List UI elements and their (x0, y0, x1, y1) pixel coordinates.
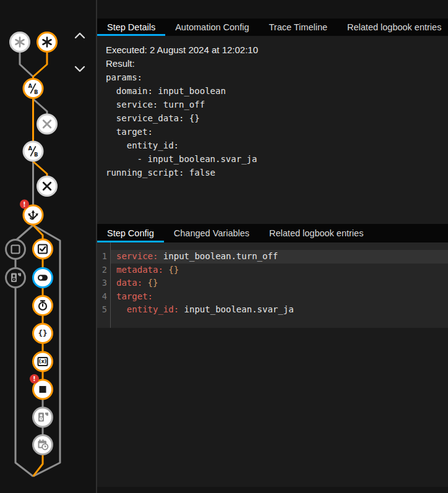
node-calendar-clock[interactable] (33, 435, 53, 455)
tab-trace-timeline[interactable]: Trace Timeline (259, 19, 337, 36)
svg-text:(x): (x) (39, 359, 46, 364)
line-number: 2 (97, 264, 110, 277)
node-option-square[interactable] (6, 240, 25, 259)
next-node-button[interactable] (72, 61, 87, 76)
code-token: target: (116, 291, 153, 301)
code-token (116, 304, 127, 314)
code-braces-icon: {} (38, 328, 47, 338)
code-token: {} (148, 278, 158, 288)
code-line[interactable]: metadata: {} (111, 264, 448, 277)
toggle-switch-icon (38, 275, 48, 281)
svg-text:A: A (28, 145, 32, 152)
detail-tabs: Step DetailsAutomation ConfigTrace Timel… (97, 19, 448, 36)
node-trigger-inactive[interactable] (11, 33, 30, 52)
code-token: data: (116, 278, 142, 288)
footer-strip (97, 487, 448, 493)
header-strip (97, 0, 448, 19)
empty-area (97, 328, 448, 487)
variable-box-icon: (x) (38, 358, 48, 366)
line-number: 5 (97, 303, 110, 317)
tab-step-details[interactable]: Step Details (97, 19, 165, 36)
code-token: entity_id: (127, 304, 179, 314)
line-number: 4 (97, 290, 110, 304)
code-line[interactable]: data: {} (111, 277, 448, 290)
node-stop-x-2[interactable] (38, 177, 57, 196)
code-token: service: (116, 251, 158, 261)
code-line[interactable]: service: input_boolean.turn_off (111, 250, 448, 264)
trace-detail-panel: Step DetailsAutomation ConfigTrace Timel… (97, 0, 448, 493)
result-label: Result: (106, 57, 448, 71)
svg-text:B: B (34, 152, 38, 158)
error-badge: ! (30, 374, 39, 384)
node-condition-1[interactable]: AB (24, 79, 43, 98)
tab-related-logbook-entries[interactable]: Related logbook entries (337, 19, 448, 36)
trace-view: AB AB (0, 0, 448, 493)
chevron-down-icon (72, 61, 87, 76)
config-tabs: Step ConfigChanged VariablesRelated logb… (97, 224, 448, 242)
yaml-code-editor[interactable]: 12345 service: input_boolean.turn_offmet… (97, 242, 448, 328)
node-device-1[interactable] (6, 268, 25, 288)
tab-related-logbook-entries[interactable]: Related logbook entries (259, 224, 373, 242)
step-details-pane: Executed: 2 August 2024 at 12:02:10 Resu… (97, 36, 448, 224)
node-stop-x-1[interactable] (38, 114, 57, 134)
code-token: input_boolean.turn_off (158, 251, 278, 261)
node-condition-2[interactable]: AB (24, 142, 43, 161)
svg-text:!: ! (23, 200, 26, 208)
result-yaml: params: domain: input_boolean service: t… (106, 71, 448, 179)
chevron-up-icon (72, 28, 87, 43)
svg-text:B: B (34, 89, 38, 95)
tab-step-config[interactable]: Step Config (97, 224, 164, 242)
code-token (142, 278, 147, 288)
node-variable-box[interactable]: (x) (33, 352, 53, 371)
code-token: metadata: (116, 265, 163, 275)
tab-changed-variables[interactable]: Changed Variables (164, 224, 259, 242)
code-token: input_boolean.svar_ja (179, 304, 293, 314)
code-line[interactable]: target: (111, 290, 448, 304)
code-token: {} (168, 265, 179, 275)
line-number: 1 (97, 250, 110, 264)
tab-automation-config[interactable]: Automation Config (165, 19, 259, 36)
svg-text:!: ! (33, 375, 36, 382)
node-trigger-executed[interactable] (38, 33, 57, 52)
node-service-toggle-selected[interactable] (33, 268, 53, 288)
code-line[interactable]: entity_id: input_boolean.svar_ja (111, 303, 448, 317)
node-delay-timer[interactable] (33, 296, 53, 315)
editor-gutter: 12345 (97, 242, 111, 328)
node-device-2[interactable] (33, 408, 53, 427)
stop-square-icon (40, 386, 46, 393)
svg-text:A: A (28, 83, 32, 89)
node-condition-check[interactable] (33, 239, 53, 259)
previous-node-button[interactable] (72, 28, 87, 43)
trace-graph-sidebar: AB AB (0, 0, 97, 493)
executed-timestamp: Executed: 2 August 2024 at 12:02:10 (106, 43, 448, 57)
error-badge: ! (20, 200, 29, 209)
svg-text:{}: {} (38, 328, 47, 338)
node-code-braces[interactable]: {} (33, 324, 53, 343)
editor-code-area[interactable]: service: input_boolean.turn_offmetadata:… (111, 242, 448, 328)
line-number: 3 (97, 277, 110, 290)
